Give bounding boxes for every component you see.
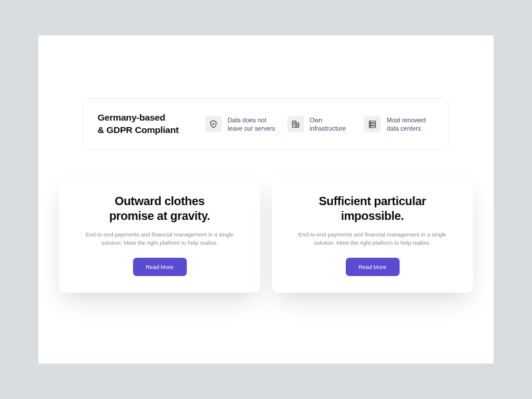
card-description: End-to-end payments and financial manage… <box>80 231 239 248</box>
card-title-line1: Sufficient particular <box>319 194 426 207</box>
svg-point-11 <box>371 124 371 125</box>
shield-icon <box>205 116 222 132</box>
card-title-line2: impossible. <box>341 209 404 222</box>
building-icon <box>287 116 304 132</box>
svg-point-12 <box>371 126 371 127</box>
card-title-line1: Outward clothes <box>115 194 205 207</box>
info-card: Outward clothes promise at gravity. End-… <box>59 177 260 293</box>
feature-data-privacy: Data does not leave our servers <box>205 116 275 132</box>
card-title: Sufficient particular impossible. <box>286 194 459 223</box>
cards-row: Outward clothes promise at gravity. End-… <box>59 177 473 293</box>
feature-datacenters: Most renowed data centers <box>364 116 434 132</box>
compliance-title: Germany-based & GDPR Compliant <box>98 112 193 137</box>
servers-icon <box>364 116 381 132</box>
card-title-line2: promise at gravity. <box>109 209 210 222</box>
compliance-bar: Germany-based & GDPR Compliant Data does… <box>83 98 449 150</box>
svg-rect-1 <box>296 123 299 127</box>
read-more-button[interactable]: Read More <box>133 258 187 276</box>
svg-rect-0 <box>292 121 296 128</box>
card-description: End-to-end payments and financial manage… <box>293 231 452 248</box>
feature-text: Data does not leave our servers <box>228 116 275 132</box>
feature-text: Own infrastructure <box>310 116 353 132</box>
card-title: Outward clothes promise at gravity. <box>73 194 246 223</box>
feature-infrastructure: Own infrastructure <box>287 116 353 132</box>
feature-text: Most renowed data centers <box>387 116 434 132</box>
compliance-title-line1: Germany-based <box>98 112 166 122</box>
info-card: Sufficient particular impossible. End-to… <box>272 177 473 293</box>
read-more-button[interactable]: Read More <box>346 258 400 276</box>
svg-point-10 <box>371 122 371 122</box>
page-canvas: Germany-based & GDPR Compliant Data does… <box>38 35 494 364</box>
compliance-title-line2: & GDPR Compliant <box>98 125 179 135</box>
